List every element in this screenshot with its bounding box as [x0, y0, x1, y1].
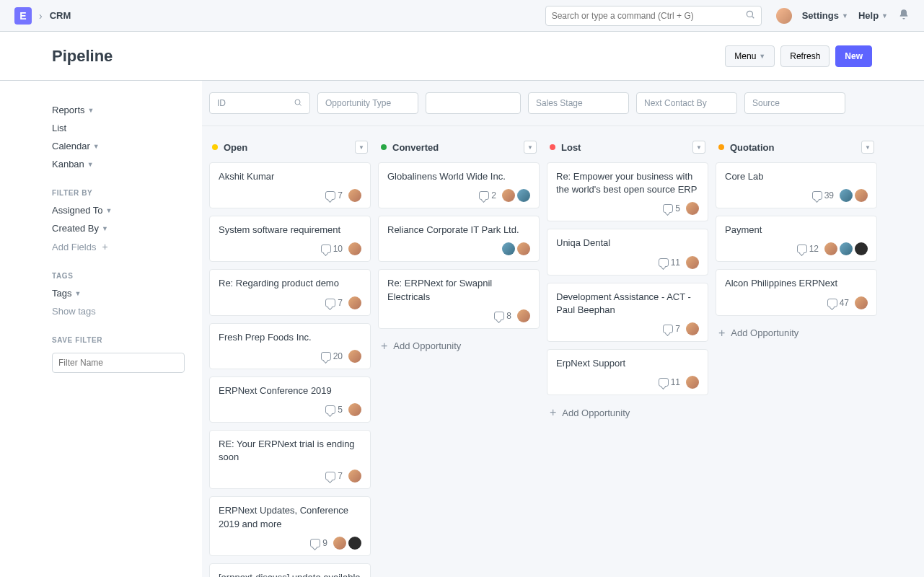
kanban-card[interactable]: RE: Your ERPNext trial is ending soon7: [209, 430, 371, 489]
sidebar: Reports▼ List Calendar▼ Kanban▼ Filter B…: [0, 81, 202, 577]
chevron-down-icon: ▼: [74, 290, 81, 297]
chevron-down-icon: ▼: [842, 12, 848, 19]
search-box[interactable]: [545, 6, 762, 26]
avatar[interactable]: [776, 8, 792, 24]
card-avatars: [348, 189, 361, 202]
column-header: Converted▼: [378, 136, 540, 162]
avatar: [348, 537, 361, 550]
svg-line-3: [299, 104, 301, 105]
card-avatars: [686, 322, 699, 335]
search-input[interactable]: [552, 11, 745, 21]
card-avatars: [348, 350, 361, 363]
kanban-card[interactable]: Re: Regarding product demo7: [209, 269, 371, 315]
kanban-card[interactable]: Reliance Corporate IT Park Ltd.: [378, 216, 540, 262]
svg-point-2: [295, 100, 300, 105]
filter-opportunity-type[interactable]: Opportunity Type: [317, 92, 418, 114]
column-menu[interactable]: ▼: [355, 141, 368, 154]
status-dot: [212, 144, 218, 150]
kanban-card[interactable]: Re: Empower your business with the world…: [547, 162, 708, 221]
filter-blank[interactable]: [426, 92, 521, 114]
kanban-card[interactable]: Core Lab39: [716, 162, 877, 208]
help-menu[interactable]: Help▼: [858, 10, 888, 21]
kanban-card[interactable]: [erpnext-discuss] update available3: [209, 563, 371, 577]
menu-button[interactable]: Menu▼: [725, 45, 775, 67]
card-title: RE: Your ERPNext trial is ending soon: [219, 438, 361, 464]
comment-count: 11: [659, 257, 680, 268]
card-avatars: [502, 242, 530, 255]
kanban-card[interactable]: Fresh Prep Foods Inc.20: [209, 323, 371, 369]
filter-sales-stage[interactable]: Sales Stage: [528, 92, 629, 114]
tags-heading: Tags: [52, 272, 185, 280]
column-menu[interactable]: ▼: [692, 141, 705, 154]
add-opportunity[interactable]: +Add Opportunity: [716, 323, 877, 343]
filter-created-by[interactable]: Created By▼: [52, 219, 185, 237]
kanban-card[interactable]: ERPNext Updates, Conference 2019 and mor…: [209, 496, 371, 555]
comment-count: 10: [321, 244, 343, 254]
column-menu[interactable]: ▼: [524, 141, 537, 154]
card-title: ERPNext Conference 2019: [219, 384, 361, 397]
kanban-card[interactable]: Re: ERPNext for Swapnil Electricals8: [378, 269, 540, 328]
add-opportunity[interactable]: +Add Opportunity: [378, 336, 540, 356]
comment-icon: [310, 539, 320, 547]
filter-source[interactable]: Source: [744, 92, 845, 114]
kanban-column: Lost▼Re: Empower your business with the …: [547, 136, 708, 577]
card-title: Akshit Kumar: [219, 170, 361, 183]
avatar: [348, 296, 361, 309]
kanban-card[interactable]: Payment12: [716, 216, 877, 262]
avatar: [502, 242, 515, 255]
kanban-card[interactable]: ErpNext Support11: [547, 349, 708, 395]
kanban-card[interactable]: Globalinens World Wide Inc.2: [378, 162, 540, 208]
refresh-button[interactable]: Refresh: [780, 45, 830, 67]
column-menu[interactable]: ▼: [861, 141, 874, 154]
card-title: Payment: [725, 224, 868, 237]
card-avatars: [502, 189, 530, 202]
avatar: [517, 242, 530, 255]
breadcrumb[interactable]: CRM: [50, 10, 71, 21]
bell-icon[interactable]: [898, 9, 910, 23]
avatar: [855, 296, 868, 309]
filter-next-contact[interactable]: Next Contact By: [636, 92, 737, 114]
card-title: Globalinens World Wide Inc.: [387, 170, 530, 183]
search-icon: [745, 9, 755, 22]
avatar: [686, 322, 699, 335]
new-button[interactable]: New: [835, 45, 872, 67]
sidebar-kanban[interactable]: Kanban▼: [52, 155, 185, 173]
comment-count: 12: [797, 244, 819, 254]
show-tags[interactable]: Show tags: [52, 302, 185, 320]
comment-count: 7: [325, 471, 343, 481]
filter-id[interactable]: ID: [209, 92, 310, 114]
plus-icon: +: [718, 327, 725, 339]
sidebar-calendar[interactable]: Calendar▼: [52, 137, 185, 155]
card-avatars: [686, 256, 699, 269]
chevron-down-icon: ▼: [106, 207, 113, 214]
chevron-down-icon: ▼: [881, 12, 888, 19]
filter-name-input[interactable]: [52, 353, 185, 373]
card-title: ERPNext Updates, Conference 2019 and mor…: [219, 504, 361, 530]
kanban-board: Open▼Akshit Kumar7System software requir…: [202, 126, 924, 577]
comment-icon: [325, 299, 335, 307]
kanban-card[interactable]: System software requirement10: [209, 216, 371, 262]
kanban-card[interactable]: Development Assistance - ACT - Paul Beep…: [547, 283, 708, 342]
search-icon: [294, 98, 302, 109]
kanban-card[interactable]: Alcon Philippines ERPNext47: [716, 269, 877, 315]
add-fields[interactable]: Add Fields+: [52, 237, 185, 256]
avatar: [855, 189, 868, 202]
comment-icon: [321, 352, 331, 361]
kanban-card[interactable]: Akshit Kumar7: [209, 162, 371, 208]
settings-menu[interactable]: Settings▼: [802, 10, 848, 21]
comment-icon: [325, 191, 335, 200]
card-title: System software requirement: [219, 224, 361, 237]
add-opportunity[interactable]: +Add Opportunity: [547, 402, 708, 423]
filter-assigned-to[interactable]: Assigned To▼: [52, 201, 185, 219]
kanban-card[interactable]: Uniqa Dental11: [547, 229, 708, 275]
comment-icon: [663, 325, 673, 333]
status-dot: [550, 144, 555, 150]
card-avatars: [333, 537, 361, 550]
app-logo[interactable]: E: [14, 7, 32, 25]
sidebar-list[interactable]: List: [52, 119, 185, 137]
kanban-card[interactable]: ERPNext Conference 20195: [209, 376, 371, 423]
sidebar-reports[interactable]: Reports▼: [52, 101, 185, 119]
avatar: [502, 189, 515, 202]
tags-filter[interactable]: Tags▼: [52, 284, 185, 302]
comment-icon: [321, 245, 331, 253]
